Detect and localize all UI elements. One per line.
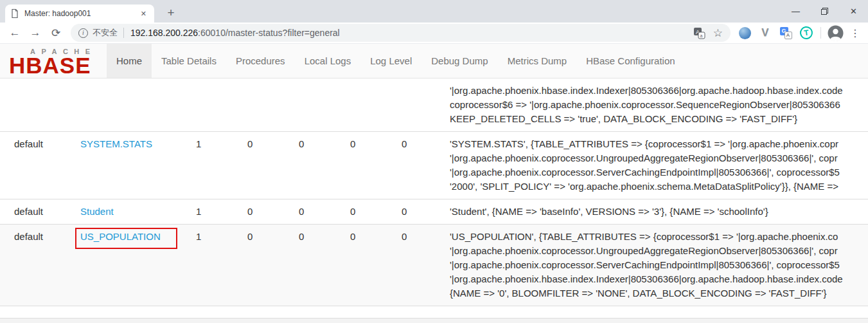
browser-menu-icon[interactable]: ⋮ [847, 27, 863, 39]
table-row-student: default Student 1 0 0 0 0 'Student', {NA… [0, 199, 868, 225]
row-description: 'US_POPULATION', {TABLE_ATTRIBUTES => {c… [447, 230, 868, 300]
tab-close-icon[interactable]: ✕ [138, 8, 149, 19]
offline-regions-count: 0 [241, 137, 292, 194]
table-link-system-stats[interactable]: SYSTEM.STATS [80, 138, 152, 149]
nav-item-hbase-configuration[interactable]: HBase Configuration [576, 44, 684, 78]
table-link-student[interactable]: Student [80, 206, 114, 217]
new-tab-button[interactable]: + [162, 5, 180, 23]
window-controls: — ✕ [781, 0, 868, 23]
nav-item-local-logs[interactable]: Local Logs [295, 44, 361, 78]
site-info-icon[interactable]: i [78, 28, 88, 38]
other-regions-count: 0 [395, 205, 447, 219]
nav-item-metrics-dump[interactable]: Metrics Dump [498, 44, 577, 78]
window-restore-button[interactable] [810, 0, 839, 23]
translate-page-icon[interactable]: Aa [693, 27, 705, 39]
browser-toolbar: ← → ⟳ i 不安全 192.168.200.226:60010/master… [0, 23, 868, 44]
offline-regions-count: 0 [241, 205, 292, 219]
url-path: :60010/master-status?filter=general [198, 28, 340, 38]
row-description: 'SYSTEM.STATS', {TABLE_ATTRIBUTES => {co… [447, 137, 868, 194]
address-bar[interactable]: i 不安全 192.168.200.226:60010/master-statu… [71, 24, 731, 42]
svg-text:a: a [700, 33, 702, 38]
browser-tab[interactable]: Master: hadoop001 ✕ [5, 5, 154, 23]
back-button[interactable]: ← [5, 24, 24, 42]
failed-regions-count: 0 [292, 137, 344, 194]
online-regions-count: 1 [190, 205, 241, 219]
url-text: 192.168.200.226:60010/master-status?filt… [130, 28, 340, 38]
online-regions-count: 1 [190, 230, 241, 300]
nav-item-debug-dump[interactable]: Debug Dump [421, 44, 497, 78]
bookmark-star-icon[interactable]: ☆ [713, 26, 723, 40]
other-regions-count: 0 [395, 230, 447, 300]
reload-button[interactable]: ⟳ [46, 24, 66, 42]
nav-item-procedures[interactable]: Procedures [226, 44, 295, 78]
page-bottom-divider [0, 318, 868, 323]
split-regions-count: 0 [344, 230, 395, 300]
row-description: '|org.apache.phoenix.hbase.index.Indexer… [447, 84, 868, 126]
extension-teal-t-icon[interactable]: T [798, 24, 815, 41]
extension-ocean-icon[interactable] [736, 24, 753, 41]
namespace-cell: default [0, 137, 75, 194]
hbase-navbar: APACHE HBASE Home Table Details Procedur… [0, 44, 868, 78]
tab-title: Master: hadoop001 [24, 9, 138, 18]
table-row-us-population: default US_POPULATION 1 0 0 0 0 'US_POPU… [0, 225, 868, 306]
row-description: 'Student', {NAME => 'baseInfo', VERSIONS… [447, 205, 868, 219]
profile-avatar[interactable] [828, 25, 844, 41]
tables-list: '|org.apache.phoenix.hbase.index.Indexer… [0, 78, 868, 323]
online-regions-count: 1 [190, 137, 241, 194]
nav-item-home[interactable]: Home [107, 44, 152, 78]
forward-button[interactable]: → [26, 24, 45, 42]
nav-item-log-level[interactable]: Log Level [360, 44, 421, 78]
omnibox-divider [123, 28, 124, 38]
logo-hbase-text: HBASE [9, 55, 107, 76]
table-link-us-population[interactable]: US_POPULATION [80, 231, 161, 242]
namespace-cell: default [0, 230, 75, 300]
table-row-system-stats: default SYSTEM.STATS 1 0 0 0 0 'SYSTEM.S… [0, 132, 868, 199]
offline-regions-count: 0 [241, 230, 292, 300]
nav-menu: Home Table Details Procedures Local Logs… [107, 44, 685, 78]
extension-vue-devtools-icon[interactable]: V [757, 24, 774, 41]
content-gap [0, 306, 868, 318]
table-row-partial: '|org.apache.phoenix.hbase.index.Indexer… [0, 78, 868, 132]
extension-google-translate-icon[interactable]: GA [777, 24, 794, 41]
window-minimize-button[interactable]: — [781, 0, 810, 23]
failed-regions-count: 0 [292, 230, 344, 300]
other-regions-count: 0 [395, 137, 447, 194]
failed-regions-count: 0 [292, 205, 344, 219]
split-regions-count: 0 [344, 205, 395, 219]
browser-titlebar: Master: hadoop001 ✕ + — ✕ [0, 0, 868, 23]
hbase-logo: APACHE HBASE [9, 44, 107, 78]
page-favicon-icon [10, 8, 19, 19]
split-regions-count: 0 [344, 137, 395, 194]
security-label: 不安全 [93, 27, 118, 39]
url-host: 192.168.200.226 [130, 28, 198, 38]
toolbar-divider [820, 27, 821, 39]
namespace-cell: default [0, 205, 75, 219]
nav-item-table-details[interactable]: Table Details [152, 44, 226, 78]
window-close-button[interactable]: ✕ [839, 0, 868, 23]
